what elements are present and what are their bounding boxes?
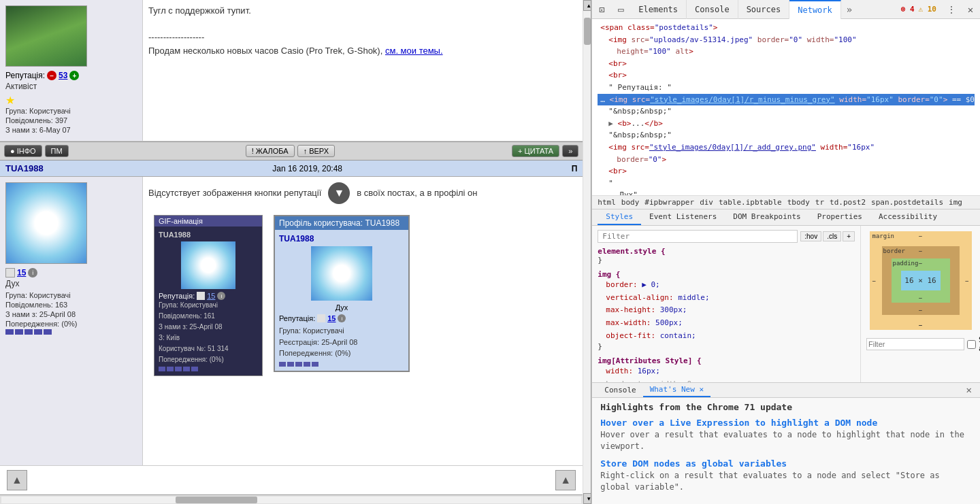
filter-right-input[interactable] bbox=[866, 338, 964, 350]
console-item-title-0[interactable]: Hover over a Live Expression to highligh… bbox=[600, 418, 972, 428]
dom-line-6[interactable]: "&nbsp;&nbsp;" bbox=[598, 105, 975, 118]
subtab-dom-breakpoints[interactable]: DOM Breakpoints bbox=[725, 209, 808, 225]
gif-rep-icon bbox=[197, 292, 205, 300]
dom-line-9[interactable]: <img src="style_images/0day[1]/r_add_gre… bbox=[598, 141, 975, 154]
close-devtools-btn[interactable]: ✕ bbox=[961, 0, 980, 19]
dom-line-11[interactable]: " bbox=[598, 178, 975, 190]
devtools-panel: ⊡ ▭ Elements Console Sources Network » ⊗… bbox=[591, 0, 980, 504]
show-all-checkbox[interactable] bbox=[967, 340, 976, 349]
breadcrumb-tbody[interactable]: tbody bbox=[787, 198, 810, 207]
tab-console[interactable]: Console bbox=[687, 0, 738, 19]
rep2-num[interactable]: 15 bbox=[17, 268, 26, 278]
subtab-styles[interactable]: Styles bbox=[598, 209, 641, 225]
dom-line-selected[interactable]: … <img src="style_images/0day[1]/r_minus… bbox=[598, 94, 975, 106]
dom-line-7[interactable]: ▶ <b>...</b> bbox=[598, 118, 975, 130]
tab-sources[interactable]: Sources bbox=[738, 0, 790, 19]
img-attr-selector: img[Attributes Style] { bbox=[598, 356, 855, 365]
since2: З нами з: 25-April 08 bbox=[5, 310, 137, 318]
h-scrollbar[interactable] bbox=[0, 494, 583, 504]
dom-line-1[interactable]: <img src="uploads/av-51314.jpeg" border=… bbox=[598, 34, 975, 46]
complaint-btn[interactable]: ! ЖАЛОБА bbox=[246, 145, 295, 157]
mobile-icon[interactable]: ▭ bbox=[611, 0, 630, 19]
scroll-up[interactable]: ▲ bbox=[583, 0, 591, 11]
tab-network[interactable]: Network bbox=[789, 0, 841, 19]
subtab-event-listeners[interactable]: Event Listeners bbox=[641, 209, 725, 225]
post2-header: TUA1988 Jan 16 2019, 20:48 П bbox=[0, 161, 583, 177]
dom-line-3[interactable]: <br> bbox=[598, 69, 975, 82]
avatar1 bbox=[5, 5, 87, 67]
filter-btns: :hov .cls + bbox=[800, 231, 855, 241]
close-bottom-panel[interactable]: ✕ bbox=[964, 384, 975, 395]
scroll-down[interactable]: ▼ bbox=[583, 493, 591, 504]
dom-line-12[interactable]: Дух" bbox=[598, 189, 975, 196]
scroll-track[interactable] bbox=[583, 11, 591, 493]
h-scroll-thumb[interactable] bbox=[176, 497, 257, 503]
pm-btn[interactable]: ПМ bbox=[45, 145, 69, 157]
img-prop-border: border: ▶ 0; bbox=[598, 279, 855, 292]
breadcrumb-html[interactable]: html bbox=[598, 198, 616, 207]
more-btn[interactable]: » bbox=[562, 145, 578, 157]
breadcrumb-div[interactable]: div bbox=[700, 198, 713, 207]
dom-line-9b[interactable]: border="0"> bbox=[598, 154, 975, 166]
breadcrumb-ipbwrapper[interactable]: #ipbwrapper bbox=[644, 198, 694, 207]
bm-content: 16 × 16 bbox=[901, 271, 941, 290]
user2-col: 15 i Дух Група: Користувачі Повідомлень:… bbox=[0, 177, 143, 465]
rep-label: Репутація: bbox=[5, 71, 45, 80]
gif-box: GIF-анімація TUA1988 Репутація: 15 i bbox=[154, 215, 263, 376]
breadcrumb-img[interactable]: img bbox=[949, 198, 962, 207]
dom-line-2[interactable]: <br> bbox=[598, 58, 975, 70]
down-arrow-icon: ▼ bbox=[328, 182, 350, 204]
profile-rep-num[interactable]: 15 bbox=[327, 314, 336, 322]
dom-line-4[interactable]: " Репутація: " bbox=[598, 82, 975, 94]
h-scroll-track[interactable] bbox=[1, 497, 581, 503]
breadcrumb-table[interactable]: table.ipbtable bbox=[719, 198, 782, 207]
post1-separator: ------------------- bbox=[148, 31, 577, 44]
add-style-btn[interactable]: + bbox=[843, 231, 855, 241]
bm-padding-top: − bbox=[919, 260, 922, 267]
dom-line-1b[interactable]: height="100" alt> bbox=[598, 46, 975, 58]
post1-content: Тугл с поддержкой тупит. ---------------… bbox=[148, 4, 577, 57]
bottom-tab-console[interactable]: Console bbox=[598, 384, 642, 397]
profile-avatar bbox=[311, 246, 372, 301]
img-src-link2[interactable]: "style_images/0day[1]/r_add_grey.png" bbox=[649, 143, 816, 152]
inspect-icon[interactable]: ⊡ bbox=[592, 0, 611, 19]
scroll-up-left[interactable]: ▲ bbox=[7, 470, 27, 490]
scroll-up-right[interactable]: ▲ bbox=[555, 470, 576, 490]
dom-line-0[interactable]: <span class="postdetails"> bbox=[598, 22, 975, 34]
scroll-thumb[interactable] bbox=[584, 18, 591, 45]
img-selector: img { bbox=[598, 270, 855, 279]
filter-input[interactable] bbox=[598, 230, 798, 243]
dom-line-8[interactable]: "&nbsp;&nbsp;" bbox=[598, 129, 975, 141]
dom-tree: <span class="postdetails"> <img src="upl… bbox=[592, 19, 980, 196]
dom-line-10[interactable]: <br> bbox=[598, 165, 975, 178]
quote-btn[interactable]: + ЦИТАТА bbox=[512, 145, 559, 157]
hov-btn[interactable]: :hov bbox=[800, 231, 821, 241]
breadcrumb-span[interactable]: span.postdetails bbox=[871, 198, 943, 207]
breadcrumb-tdpost2[interactable]: td.post2 bbox=[830, 198, 866, 207]
rep-plus-icon[interactable]: + bbox=[69, 71, 79, 80]
cls-btn[interactable]: .cls bbox=[823, 231, 841, 241]
sub-tabs: Styles Event Listeners DOM Breakpoints P… bbox=[592, 209, 980, 226]
more-tabs-icon[interactable]: » bbox=[841, 4, 858, 15]
up-btn[interactable]: ↑ ВЕРХ bbox=[297, 145, 335, 157]
settings-icon[interactable]: ⋮ bbox=[942, 0, 961, 19]
img-src-link[interactable]: "style_images/0day[1]/r_minus_minus_grey… bbox=[650, 95, 835, 104]
console-item-desc-1: Right-click on a result that evaluates t… bbox=[600, 470, 972, 493]
rep1-num[interactable]: 53 bbox=[59, 71, 67, 80]
bottom-tab-whatsnew[interactable]: What's New ✕ bbox=[643, 383, 710, 397]
post2-media: GIF-анімація TUA1988 Репутація: 15 i bbox=[148, 209, 577, 382]
gif-rep-num[interactable]: 15 bbox=[207, 292, 215, 300]
rep-minus-icon[interactable]: − bbox=[47, 71, 56, 80]
tab-elements[interactable]: Elements bbox=[630, 0, 687, 19]
info-btn[interactable]: ● ІНФО bbox=[4, 145, 42, 157]
action-bar1: ● ІНФО ПМ ! ЖАЛОБА ↑ ВЕРХ + ЦИТАТА » bbox=[0, 141, 583, 161]
breadcrumb-body[interactable]: body bbox=[621, 198, 640, 207]
v-scrollbar[interactable]: ▲ ▼ bbox=[583, 0, 591, 504]
subtab-properties[interactable]: Properties bbox=[809, 209, 870, 225]
console-item-title-1[interactable]: Store DOM nodes as global variables bbox=[600, 458, 972, 469]
breadcrumb-tr[interactable]: tr bbox=[815, 198, 824, 207]
posts2: Повідомлень: 163 bbox=[5, 301, 137, 309]
sell-link[interactable]: см. мои темы. bbox=[385, 46, 443, 56]
bm-border-bottom: − bbox=[919, 307, 922, 314]
subtab-accessibility[interactable]: Accessibility bbox=[870, 209, 945, 225]
